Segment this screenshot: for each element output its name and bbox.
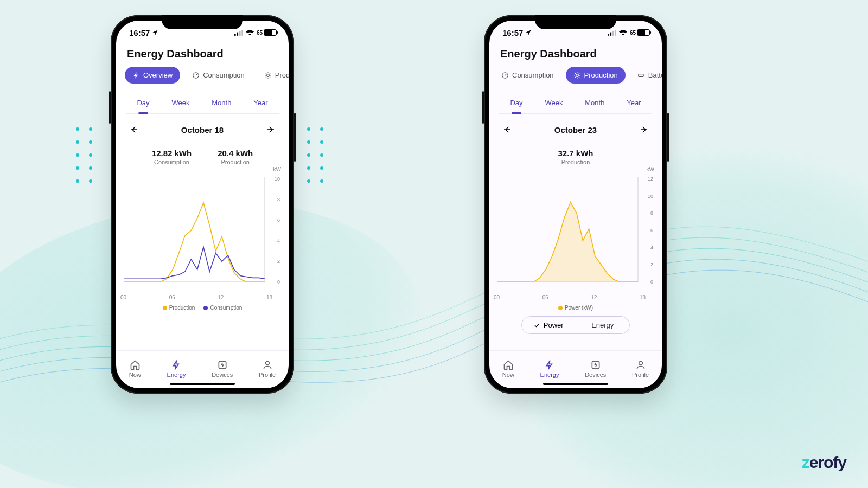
page-title: Energy Dashboard: [116, 44, 289, 67]
toggle-power[interactable]: Power: [522, 317, 576, 333]
phone-notch: [535, 15, 616, 29]
nav-devices[interactable]: Devices: [212, 359, 233, 378]
svg-rect-19: [615, 30, 616, 36]
tab-consumption[interactable]: Consumption: [494, 67, 561, 84]
x-tick: 18: [266, 294, 272, 300]
sun-icon: [264, 72, 272, 79]
tab-production[interactable]: Production: [257, 67, 289, 84]
period-month[interactable]: Month: [208, 93, 234, 113]
svg-rect-3: [241, 30, 243, 36]
chart-legend: Production Consumption: [116, 305, 289, 311]
nav-label: Profile: [259, 371, 276, 378]
bolt-icon: [171, 359, 182, 370]
tab-battery[interactable]: Battery: [630, 67, 662, 84]
svg-rect-2: [239, 30, 241, 35]
period-week[interactable]: Week: [541, 93, 566, 113]
svg-rect-22: [639, 74, 643, 76]
nav-label: Now: [502, 371, 514, 378]
nav-profile[interactable]: Profile: [632, 359, 649, 378]
next-date-button[interactable]: [638, 124, 650, 136]
period-day[interactable]: Day: [133, 93, 152, 113]
svg-text:8: 8: [277, 197, 280, 202]
nav-devices[interactable]: Devices: [585, 359, 606, 378]
x-tick: 00: [494, 294, 500, 300]
svg-text:2: 2: [650, 262, 653, 267]
page-title: Energy Dashboard: [489, 44, 662, 67]
nav-label: Devices: [585, 371, 606, 378]
svg-point-15: [265, 361, 269, 365]
nav-energy[interactable]: Energy: [540, 359, 559, 378]
chart-area: kW 024681012: [497, 170, 654, 293]
x-tick: 12: [591, 294, 597, 300]
chart-unit: kW: [647, 166, 654, 172]
next-date-button[interactable]: [265, 124, 277, 136]
tab-label: Production: [584, 71, 618, 79]
nav-label: Now: [129, 371, 141, 378]
tab-consumption[interactable]: Consumption: [184, 67, 252, 84]
meter-icon: [501, 72, 509, 79]
stat-production: 32.7 kWh Production: [558, 149, 593, 165]
arrow-left-icon: [502, 125, 512, 134]
nav-energy[interactable]: Energy: [167, 359, 186, 378]
toggle-label: Energy: [591, 321, 614, 329]
period-tabs: Day Week Month Year: [499, 93, 652, 114]
nav-now[interactable]: Now: [129, 359, 141, 378]
meter-icon: [192, 72, 200, 79]
svg-text:0: 0: [277, 279, 280, 285]
production-chart[interactable]: 024681012: [497, 170, 654, 293]
stats-row: 32.7 kWh Production: [489, 139, 662, 168]
profile-icon: [635, 359, 646, 370]
stat-label: Production: [558, 159, 593, 165]
legend-production: Production: [163, 305, 195, 311]
nav-now[interactable]: Now: [502, 359, 514, 378]
period-month[interactable]: Month: [582, 93, 608, 113]
svg-rect-18: [612, 30, 614, 35]
phone-notch: [162, 15, 243, 29]
stat-consumption: 12.82 kWh Consumption: [152, 149, 192, 165]
check-icon: [534, 322, 540, 329]
svg-rect-17: [610, 32, 611, 35]
statusbar-time: 16:57: [129, 28, 158, 37]
legend-consumption: Consumption: [203, 305, 242, 311]
profile-icon: [262, 359, 273, 370]
stat-label: Consumption: [152, 159, 192, 165]
tab-label: Consumption: [512, 71, 554, 79]
arrow-left-icon: [129, 125, 139, 134]
segment-tabs: Overview Consumption Production: [116, 67, 289, 89]
stat-production: 20.4 kWh Production: [218, 149, 253, 165]
x-tick: 06: [169, 294, 175, 300]
prev-date-button[interactable]: [501, 124, 513, 136]
bolt-icon: [544, 359, 555, 370]
nav-label: Profile: [632, 371, 649, 378]
devices-icon: [590, 359, 601, 370]
period-day[interactable]: Day: [507, 93, 526, 113]
period-year[interactable]: Year: [250, 93, 271, 113]
legend-power: Power (kW): [558, 305, 593, 311]
tab-label: Production: [275, 71, 289, 79]
date-nav: October 23: [489, 114, 662, 139]
dot-grid-decoration: [307, 127, 324, 184]
x-tick: 18: [640, 294, 646, 300]
period-year[interactable]: Year: [623, 93, 644, 113]
nav-profile[interactable]: Profile: [259, 359, 276, 378]
toggle-energy[interactable]: Energy: [576, 317, 630, 333]
home-indicator: [543, 383, 608, 385]
svg-rect-1: [237, 32, 238, 35]
tab-overview[interactable]: Overview: [125, 67, 180, 84]
nav-label: Devices: [212, 371, 233, 378]
period-week[interactable]: Week: [168, 93, 193, 113]
tab-label: Overview: [143, 71, 173, 79]
arrow-right-icon: [266, 125, 276, 134]
location-arrow-icon: [525, 29, 532, 36]
dot-grid-decoration: [76, 127, 93, 184]
sun-icon: [573, 72, 581, 79]
svg-text:10: 10: [275, 176, 280, 182]
overview-chart[interactable]: 0246810: [124, 170, 281, 293]
prev-date-button[interactable]: [128, 124, 140, 136]
tab-label: Consumption: [203, 71, 245, 79]
statusbar-time: 16:57: [502, 28, 532, 37]
svg-text:2: 2: [277, 259, 280, 264]
brand-logo: zerofy: [802, 453, 846, 472]
x-tick: 00: [120, 294, 126, 300]
tab-production[interactable]: Production: [566, 67, 626, 84]
